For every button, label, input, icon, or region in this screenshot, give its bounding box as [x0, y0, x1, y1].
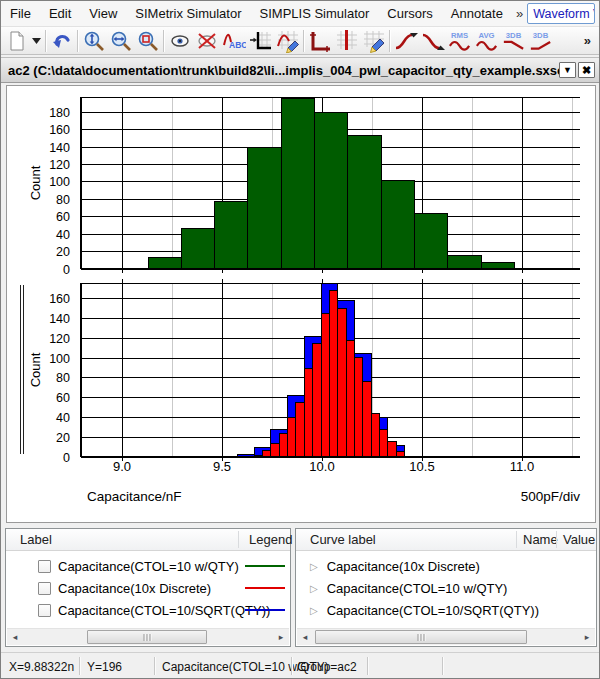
curve-row[interactable]: ▷ Capacitance(CTOL=10/SQRT(QTY)) — [310, 599, 539, 621]
undo-button[interactable] — [48, 28, 75, 54]
menu-annotate[interactable]: Annotate — [442, 1, 512, 26]
edit-curve-button[interactable] — [274, 28, 301, 54]
curve-label: Capacitance(10x Discrete) — [327, 559, 480, 574]
curve-label: Capacitance(CTOL=10 w/QTY) — [58, 559, 239, 574]
menu-cursors[interactable]: Cursors — [378, 1, 442, 26]
curve-checkbox[interactable] — [38, 560, 51, 573]
eye-crossed-icon — [195, 29, 219, 53]
status-divider — [79, 657, 80, 675]
svg-text:60: 60 — [56, 391, 70, 405]
toolbar-separator — [163, 30, 164, 52]
edit-grid-button[interactable] — [360, 28, 387, 54]
menu-file[interactable]: File — [1, 1, 40, 26]
axes-icon — [308, 29, 332, 53]
curve-label: Capacitance(CTOL=10/SQRT(QTY)) — [327, 603, 539, 618]
3db-fall-icon: 3DB — [500, 29, 527, 53]
legend-row[interactable]: Capacitance(CTOL=10/SQRT(QTY)) — [38, 599, 270, 621]
expand-triangle-icon[interactable]: ▷ — [310, 605, 318, 616]
column-header-curve-label[interactable]: Curve label — [310, 532, 376, 547]
toolbar-overflow-button[interactable]: » — [584, 33, 591, 48]
svg-text:120: 120 — [49, 158, 70, 172]
status-group: Group=ac2 — [297, 660, 357, 674]
rms-button[interactable]: RMS — [446, 28, 473, 54]
toolbar-separator — [45, 30, 46, 52]
chevron-down-icon — [32, 38, 41, 44]
add-axis-button[interactable] — [247, 28, 274, 54]
svg-text:10.0: 10.0 — [309, 459, 334, 474]
column-divider[interactable] — [238, 531, 239, 548]
new-graph-dropdown-button[interactable] — [30, 28, 43, 54]
menu-edit[interactable]: Edit — [40, 1, 80, 26]
graph-area[interactable]: 020406080100120140160180Count02040608010… — [6, 85, 596, 523]
svg-text:100: 100 — [49, 175, 70, 189]
svg-text:3DB: 3DB — [506, 31, 522, 40]
legend-row[interactable]: Capacitance(CTOL=10 w/QTY) — [38, 555, 239, 577]
zoom-box-button[interactable] — [134, 28, 161, 54]
svg-text:Capacitance/nF: Capacitance/nF — [87, 489, 182, 504]
edit-curve-icon — [276, 29, 300, 53]
hide-curve-button[interactable] — [193, 28, 220, 54]
scrollbar-thumb[interactable] — [87, 630, 207, 644]
scrollbar-thumb[interactable] — [315, 630, 527, 644]
column-header-name[interactable]: Name — [523, 532, 558, 547]
avg-button[interactable]: AVG — [473, 28, 500, 54]
horizontal-scrollbar[interactable]: ◂ ▸ — [297, 628, 595, 645]
svg-text:9.0: 9.0 — [113, 459, 131, 474]
menu-view[interactable]: View — [80, 1, 126, 26]
show-curve-button[interactable] — [166, 28, 193, 54]
svg-text:60: 60 — [56, 210, 70, 224]
svg-text:11.0: 11.0 — [510, 459, 534, 474]
svg-text:140: 140 — [49, 141, 70, 155]
column-divider[interactable] — [556, 531, 557, 548]
column-divider[interactable] — [516, 531, 517, 548]
zoom-box-icon — [136, 29, 160, 53]
svg-text:160: 160 — [49, 123, 70, 137]
menu-simplis-simulator[interactable]: SIMPLIS Simulator — [251, 1, 379, 26]
menu-overflow-chevron[interactable]: » — [512, 6, 527, 21]
scroll-right-arrow[interactable]: ▸ — [579, 629, 595, 645]
scroll-left-arrow[interactable]: ◂ — [297, 629, 313, 645]
curve-checkbox[interactable] — [38, 582, 51, 595]
horizontal-scrollbar[interactable]: ◂ ▸ — [7, 628, 289, 645]
curve-row[interactable]: ▷ Capacitance(CTOL=10 w/QTY) — [310, 577, 507, 599]
column-header-legend[interactable]: Legend — [249, 532, 292, 547]
svg-text:180: 180 — [49, 106, 70, 120]
rise-time-button[interactable] — [392, 28, 419, 54]
fall-time-button[interactable] — [419, 28, 446, 54]
svg-text:3DB: 3DB — [533, 31, 549, 40]
zoom-y-button[interactable] — [80, 28, 107, 54]
3db-highpass-button[interactable]: 3DB — [527, 28, 554, 54]
status-cursor-x: X=9.88322n — [9, 660, 74, 674]
label-curve-button[interactable]: ABC — [220, 28, 247, 54]
legend-row[interactable]: Capacitance(10x Discrete) — [38, 577, 211, 599]
viewer-combo[interactable]: Waveform Viewer ▼ — [527, 3, 595, 24]
expand-triangle-icon[interactable]: ▷ — [310, 583, 318, 594]
zoom-vertical-icon — [82, 29, 106, 53]
add-grid-button[interactable] — [306, 28, 333, 54]
svg-text:160: 160 — [49, 292, 70, 306]
zoom-x-button[interactable] — [107, 28, 134, 54]
svg-text:10.5: 10.5 — [409, 459, 434, 474]
svg-text:ABC: ABC — [229, 40, 246, 50]
window-menu-button[interactable]: ▼ — [559, 62, 576, 78]
column-header-value[interactable]: Value — [563, 532, 595, 547]
new-graph-button[interactable] — [3, 28, 30, 54]
curve-checkbox[interactable] — [38, 604, 51, 617]
expand-triangle-icon[interactable]: ▷ — [310, 561, 318, 572]
rms-icon: RMS — [446, 29, 473, 53]
status-divider — [442, 657, 443, 675]
column-header-label[interactable]: Label — [20, 532, 52, 547]
scroll-left-arrow[interactable]: ◂ — [7, 629, 23, 645]
menu-simetrix-simulator[interactable]: SIMetrix Simulator — [126, 1, 250, 26]
window-close-button[interactable]: ✖ — [578, 62, 595, 78]
label-legend-panel: Label Legend Capacitance(CTOL=10 w/QTY) … — [5, 528, 291, 647]
vertical-cursor-button[interactable] — [333, 28, 360, 54]
new-document-icon — [6, 30, 28, 52]
scroll-right-arrow[interactable]: ▸ — [273, 629, 289, 645]
zoom-horizontal-icon — [109, 29, 133, 53]
3db-lowpass-button[interactable]: 3DB — [500, 28, 527, 54]
status-cursor-y: Y=196 — [87, 660, 122, 674]
graph-window-titlebar: ac2 (C:\data\documentation\trunk\build82… — [1, 57, 599, 83]
curve-row[interactable]: ▷ Capacitance(10x Discrete) — [310, 555, 480, 577]
svg-text:120: 120 — [49, 332, 70, 346]
